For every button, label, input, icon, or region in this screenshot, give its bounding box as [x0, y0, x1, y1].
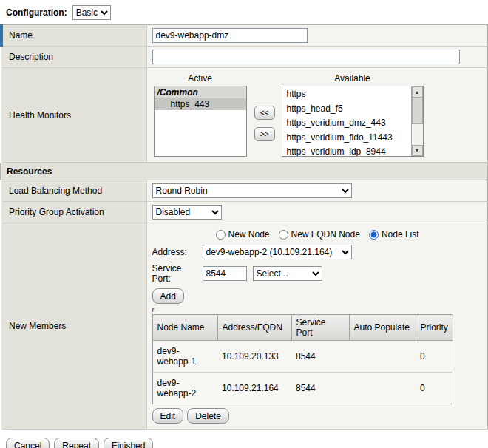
- member-node-name: dev9-webapp-1: [152, 341, 217, 373]
- new-fqdn-node-radio[interactable]: [279, 230, 288, 240]
- new-members-cell: New Node New FQDN Node Node List Address…: [146, 223, 488, 430]
- member-auto-populate: [349, 373, 416, 404]
- health-monitors-label: Health Monitors: [1, 68, 146, 163]
- resources-section-header: Resources: [0, 163, 488, 180]
- available-monitor-item[interactable]: https_veridium_dmz_443: [282, 116, 411, 131]
- service-port-field-line: Service Port: Select...: [152, 263, 483, 284]
- new-members-editor: New Node New FQDN Node Node List Address…: [152, 226, 483, 426]
- cancel-button[interactable]: Cancel: [6, 438, 50, 448]
- node-list-radio-label: Node List: [382, 229, 419, 240]
- active-monitor-item[interactable]: https_443: [155, 98, 246, 110]
- health-monitors-picker: Active /Common https_443 << >> Available…: [152, 71, 483, 159]
- health-monitors-cell: Active /Common https_443 << >> Available…: [146, 68, 488, 163]
- address-field-line: Address: dev9-webapp-2 (10.109.21.164): [152, 245, 483, 259]
- scroll-track[interactable]: [412, 124, 423, 145]
- new-node-radio-label: New Node: [228, 229, 270, 240]
- load-balancing-cell: Round Robin: [146, 180, 488, 202]
- scroll-thumb[interactable]: [412, 98, 423, 124]
- member-priority: 0: [416, 341, 453, 373]
- radio-new-node[interactable]: New Node: [216, 229, 270, 240]
- member-node-name: dev9-webapp-2: [152, 373, 217, 404]
- available-monitor-item[interactable]: https_head_f5: [282, 102, 411, 117]
- available-column: Available https https_head_f5 https_veri…: [282, 73, 424, 157]
- member-service-port: 8544: [291, 341, 349, 373]
- general-properties-table: Name Description Health Monitors Active …: [0, 24, 488, 163]
- footer-actions: Cancel Repeat Finished: [0, 430, 488, 448]
- configuration-select[interactable]: Basic: [72, 5, 111, 20]
- active-column: Active /Common https_443: [154, 73, 247, 157]
- available-monitor-item[interactable]: https_veridium_idp_8944: [282, 145, 411, 157]
- available-monitors-list[interactable]: https https_head_f5 https_veridium_dmz_4…: [282, 86, 411, 156]
- active-header: Active: [154, 73, 247, 86]
- header-priority: Priority: [416, 315, 453, 341]
- new-members-label: New Members: [1, 223, 146, 430]
- table-row[interactable]: dev9-webapp-2 10.109.21.164 8544 0: [152, 373, 453, 404]
- active-monitors-listbox[interactable]: /Common https_443: [154, 86, 247, 157]
- delete-button[interactable]: Delete: [187, 408, 229, 424]
- members-actions: Edit Delete: [152, 408, 483, 424]
- radio-node-list[interactable]: Node List: [369, 229, 419, 240]
- new-fqdn-node-radio-label: New FQDN Node: [291, 229, 360, 240]
- priority-group-row: Priority Group Activation Disabled: [1, 202, 488, 223]
- node-list-radio[interactable]: [369, 230, 379, 240]
- add-button[interactable]: Add: [152, 288, 184, 304]
- load-balancing-select[interactable]: Round Robin: [152, 183, 352, 198]
- address-select[interactable]: dev9-webapp-2 (10.109.21.164): [203, 245, 352, 259]
- member-priority: 0: [416, 373, 453, 404]
- member-auto-populate: [349, 341, 416, 373]
- available-monitor-item[interactable]: https: [282, 87, 411, 102]
- available-header: Available: [282, 73, 424, 86]
- header-address-fqdn: Address/FQDN: [217, 315, 291, 341]
- partition-group-label: /Common: [155, 86, 246, 98]
- description-input[interactable]: [152, 50, 460, 64]
- available-monitors-listbox: https https_head_f5 https_veridium_dmz_4…: [282, 86, 424, 157]
- members-table: Node Name Address/FQDN Service Port Auto…: [152, 314, 453, 404]
- node-mode-radio-group: New Node New FQDN Node Node List: [216, 229, 483, 240]
- new-node-radio[interactable]: [216, 230, 226, 240]
- member-service-port: 8544: [291, 373, 349, 404]
- stray-text: r: [152, 306, 483, 313]
- configuration-bar: Configuration: Basic: [0, 0, 488, 24]
- scroll-up-icon[interactable]: [412, 86, 423, 98]
- description-row: Description: [1, 47, 488, 68]
- table-row[interactable]: dev9-webapp-1 10.109.20.133 8544 0: [152, 341, 453, 373]
- scroll-down-icon[interactable]: [412, 145, 423, 156]
- name-input[interactable]: [152, 28, 308, 43]
- service-port-label: Service Port:: [152, 263, 203, 284]
- load-balancing-row: Load Balancing Method Round Robin: [1, 180, 488, 202]
- radio-new-fqdn-node[interactable]: New FQDN Node: [279, 229, 360, 240]
- health-monitors-row: Health Monitors Active /Common https_443…: [1, 68, 488, 163]
- move-to-active-button[interactable]: <<: [254, 106, 275, 120]
- finished-button[interactable]: Finished: [104, 438, 153, 448]
- monitor-move-buttons: << >>: [254, 106, 275, 141]
- move-to-available-button[interactable]: >>: [254, 127, 275, 141]
- priority-group-select[interactable]: Disabled: [152, 205, 222, 220]
- name-label: Name: [1, 25, 146, 47]
- header-service-port: Service Port: [291, 315, 349, 341]
- resources-table: Load Balancing Method Round Robin Priori…: [0, 180, 488, 430]
- member-address: 10.109.21.164: [217, 373, 291, 404]
- priority-group-cell: Disabled: [146, 202, 488, 223]
- configuration-label: Configuration:: [6, 7, 67, 18]
- header-node-name: Node Name: [152, 315, 217, 341]
- new-members-row: New Members New Node New FQDN Node Node …: [1, 223, 488, 430]
- load-balancing-label: Load Balancing Method: [1, 180, 146, 202]
- service-port-select[interactable]: Select...: [253, 266, 322, 281]
- edit-button[interactable]: Edit: [152, 408, 184, 424]
- service-port-input[interactable]: [203, 266, 247, 281]
- available-monitor-item[interactable]: https_veridium_fido_11443: [282, 131, 411, 146]
- members-header-row: Node Name Address/FQDN Service Port Auto…: [152, 315, 453, 341]
- name-value-cell: [146, 25, 488, 47]
- address-label: Address:: [152, 247, 203, 257]
- description-label: Description: [1, 47, 146, 68]
- header-auto-populate: Auto Populate: [349, 315, 416, 341]
- member-address: 10.109.20.133: [217, 341, 291, 373]
- name-row: Name: [1, 25, 488, 47]
- priority-group-label: Priority Group Activation: [1, 202, 146, 223]
- repeat-button[interactable]: Repeat: [54, 438, 99, 448]
- description-value-cell: [146, 47, 488, 68]
- scrollbar[interactable]: [411, 86, 423, 156]
